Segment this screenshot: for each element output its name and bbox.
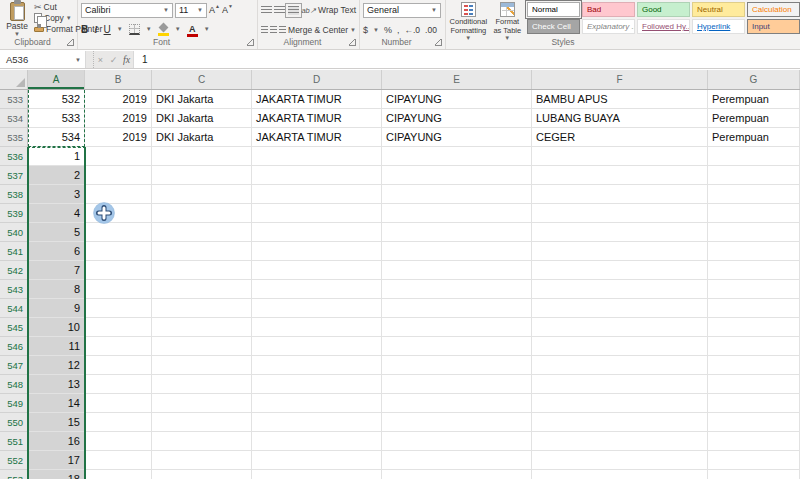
cell-e548[interactable] (382, 375, 532, 394)
cell-c541[interactable] (152, 242, 252, 261)
cell-g537[interactable] (708, 166, 800, 185)
cell-c533[interactable]: DKI Jakarta (152, 90, 252, 109)
font-family-combobox[interactable]: Calibri▼ (81, 3, 173, 18)
cell-d545[interactable] (252, 318, 382, 337)
cell-c537[interactable] (152, 166, 252, 185)
row-header-550[interactable]: 550 (0, 413, 28, 432)
cell-d537[interactable] (252, 166, 382, 185)
cell-b544[interactable] (85, 299, 152, 318)
cell-f543[interactable] (532, 280, 708, 299)
underline-dropdown-caret[interactable]: ▼ (117, 26, 123, 32)
cell-a548[interactable]: 13 (28, 375, 85, 394)
cell-b543[interactable] (85, 280, 152, 299)
cell-style-followed-hy[interactable]: Followed Hy... (637, 19, 690, 34)
cell-f540[interactable] (532, 223, 708, 242)
column-header-e[interactable]: E (382, 70, 532, 89)
cell-d538[interactable] (252, 185, 382, 204)
cell-c551[interactable] (152, 432, 252, 451)
cell-g550[interactable] (708, 413, 800, 432)
cell-a541[interactable]: 6 (28, 242, 85, 261)
cell-e533[interactable]: CIPAYUNG (382, 90, 532, 109)
format-as-table-button[interactable]: Format as Table ▼ (491, 2, 524, 41)
row-header-545[interactable]: 545 (0, 318, 28, 337)
cell-f538[interactable] (532, 185, 708, 204)
alignment-dialog-launcher[interactable] (349, 39, 356, 46)
cell-f552[interactable] (532, 451, 708, 470)
cell-style-good[interactable]: Good (637, 2, 690, 17)
row-header-546[interactable]: 546 (0, 337, 28, 356)
cell-d539[interactable] (252, 204, 382, 223)
increase-decimal-button[interactable]: ←.0 (405, 25, 421, 35)
row-header-542[interactable]: 542 (0, 261, 28, 280)
cell-a543[interactable]: 8 (28, 280, 85, 299)
cell-a547[interactable]: 12 (28, 356, 85, 375)
cell-f533[interactable]: BAMBU APUS (532, 90, 708, 109)
cell-g542[interactable] (708, 261, 800, 280)
row-header-535[interactable]: 535 (0, 128, 28, 147)
cell-b533[interactable]: 2019 (85, 90, 152, 109)
cell-a551[interactable]: 16 (28, 432, 85, 451)
cell-f541[interactable] (532, 242, 708, 261)
cell-d547[interactable] (252, 356, 382, 375)
cell-d553[interactable] (252, 470, 382, 479)
cell-c536[interactable] (152, 147, 252, 166)
accounting-format-button[interactable]: $ (363, 25, 368, 35)
merge-center-button[interactable]: Merge & Center (288, 25, 348, 35)
cell-d541[interactable] (252, 242, 382, 261)
insert-function-button[interactable]: fx (120, 51, 133, 68)
cell-style-explanatory[interactable]: Explanatory ... (582, 19, 635, 34)
cell-g546[interactable] (708, 337, 800, 356)
cell-f551[interactable] (532, 432, 708, 451)
cell-f534[interactable]: LUBANG BUAYA (532, 109, 708, 128)
cell-d536[interactable] (252, 147, 382, 166)
cell-a539[interactable]: 4 (28, 204, 85, 223)
row-header-538[interactable]: 538 (0, 185, 28, 204)
cell-f537[interactable] (532, 166, 708, 185)
cell-f549[interactable] (532, 394, 708, 413)
cell-b538[interactable] (85, 185, 152, 204)
percent-style-button[interactable]: % (384, 25, 392, 35)
font-color-button[interactable]: A (187, 24, 198, 34)
cell-d549[interactable] (252, 394, 382, 413)
cell-e544[interactable] (382, 299, 532, 318)
wrap-text-button[interactable]: Wrap Text (318, 5, 356, 15)
cell-e545[interactable] (382, 318, 532, 337)
row-header-549[interactable]: 549 (0, 394, 28, 413)
font-size-combobox[interactable]: 11▼ (175, 3, 207, 18)
cell-b541[interactable] (85, 242, 152, 261)
cell-b539[interactable] (85, 204, 152, 223)
comma-style-button[interactable]: , (397, 25, 400, 35)
cell-f544[interactable] (532, 299, 708, 318)
cell-e543[interactable] (382, 280, 532, 299)
cell-b550[interactable] (85, 413, 152, 432)
cell-f545[interactable] (532, 318, 708, 337)
formula-input[interactable]: 1 (133, 51, 800, 68)
cell-g552[interactable] (708, 451, 800, 470)
cell-style-neutral[interactable]: Neutral (692, 2, 745, 17)
cell-g549[interactable] (708, 394, 800, 413)
cell-c535[interactable]: DKI Jakarta (152, 128, 252, 147)
cell-e540[interactable] (382, 223, 532, 242)
cell-b546[interactable] (85, 337, 152, 356)
cell-e537[interactable] (382, 166, 532, 185)
underline-button[interactable]: U (104, 24, 111, 35)
align-right-button[interactable] (279, 26, 286, 35)
cell-e553[interactable] (382, 470, 532, 479)
cell-d546[interactable] (252, 337, 382, 356)
cell-f546[interactable] (532, 337, 708, 356)
cell-b549[interactable] (85, 394, 152, 413)
name-box-caret[interactable]: ▼ (75, 57, 81, 63)
fill-color-dropdown-caret[interactable]: ▼ (175, 26, 181, 32)
cell-e541[interactable] (382, 242, 532, 261)
row-header-534[interactable]: 534 (0, 109, 28, 128)
cell-g543[interactable] (708, 280, 800, 299)
bottom-align-button[interactable] (288, 6, 299, 15)
cell-d540[interactable] (252, 223, 382, 242)
column-header-g[interactable]: G (708, 70, 800, 89)
cell-style-bad[interactable]: Bad (582, 2, 635, 17)
cell-a544[interactable]: 9 (28, 299, 85, 318)
row-header-552[interactable]: 552 (0, 451, 28, 470)
cell-style-input[interactable]: Input (747, 19, 800, 34)
font-dialog-launcher[interactable] (247, 39, 254, 46)
cell-d552[interactable] (252, 451, 382, 470)
